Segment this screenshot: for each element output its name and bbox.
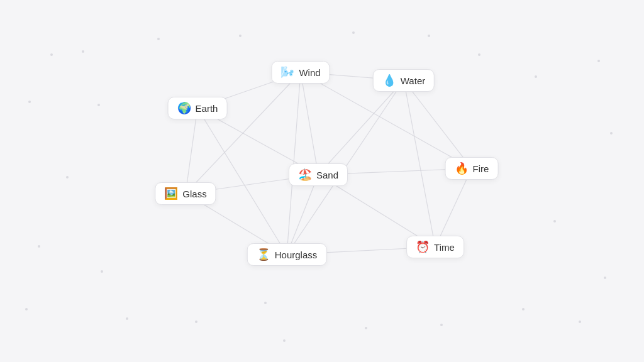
decorative-dot [610, 132, 613, 134]
node-wind[interactable]: 🌬️Wind [271, 61, 330, 84]
decorative-dot [440, 324, 443, 326]
water-label: Water [401, 75, 425, 86]
decorative-dot [97, 104, 100, 106]
fire-label: Fire [473, 163, 489, 174]
earth-icon: 🌍 [177, 102, 191, 114]
sand-icon: 🏖️ [298, 169, 312, 180]
sand-label: Sand [316, 170, 338, 180]
decorative-dot [157, 38, 160, 40]
decorative-dot [195, 321, 197, 323]
hourglass-label: Hourglass [275, 250, 318, 260]
node-earth[interactable]: 🌍Earth [168, 97, 228, 119]
decorative-dot [82, 50, 84, 53]
decorative-dot [579, 321, 581, 323]
node-water[interactable]: 💧Water [373, 69, 435, 92]
decorative-dot [28, 101, 31, 103]
decorative-dot [553, 220, 556, 222]
time-label: Time [434, 242, 455, 253]
decorative-dot [126, 317, 128, 320]
svg-line-7 [318, 80, 404, 175]
decorative-dot [101, 270, 103, 273]
decorative-dot [604, 277, 606, 279]
earth-label: Earth [196, 103, 218, 114]
decorative-dot [365, 327, 367, 329]
decorative-dot [239, 35, 242, 37]
decorative-dot [352, 31, 355, 34]
svg-line-6 [404, 80, 472, 168]
decorative-dot [264, 302, 267, 304]
wind-icon: 🌬️ [280, 67, 294, 78]
node-fire[interactable]: 🔥Fire [445, 157, 499, 180]
decorative-dot [522, 308, 525, 310]
node-glass[interactable]: 🖼️Glass [155, 182, 216, 205]
decorative-dot [25, 308, 28, 310]
node-sand[interactable]: 🏖️Sand [289, 163, 348, 186]
decorative-dot [50, 53, 53, 56]
decorative-dot [66, 176, 69, 178]
decorative-dot [283, 339, 286, 342]
water-icon: 💧 [382, 75, 396, 86]
svg-line-12 [197, 108, 287, 255]
node-time[interactable]: ⏰Time [406, 236, 464, 258]
decorative-dot [597, 60, 600, 62]
svg-line-3 [301, 72, 318, 175]
wind-label: Wind [299, 67, 320, 78]
decorative-dot [38, 245, 40, 248]
decorative-dot [478, 53, 480, 56]
svg-line-10 [186, 108, 197, 194]
svg-line-14 [287, 175, 318, 255]
time-icon: ⏰ [416, 241, 430, 253]
decorative-dot [535, 75, 537, 78]
decorative-dot [428, 35, 430, 37]
glass-icon: 🖼️ [164, 188, 178, 199]
hourglass-icon: ⏳ [257, 249, 270, 260]
node-hourglass[interactable]: ⏳Hourglass [247, 243, 327, 266]
svg-line-9 [404, 80, 435, 247]
fire-icon: 🔥 [455, 163, 469, 174]
glass-label: Glass [182, 189, 206, 199]
svg-line-4 [186, 72, 301, 194]
